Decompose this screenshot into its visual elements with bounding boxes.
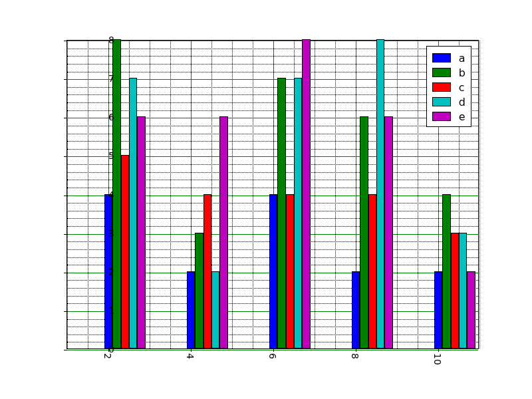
bar (269, 194, 277, 349)
x-tick-label: 8 (350, 353, 360, 359)
bar (368, 194, 376, 349)
x-tick-label: 6 (267, 353, 278, 359)
legend-swatch (432, 82, 451, 92)
bar (376, 39, 384, 348)
y-tick-label: 5 (88, 150, 114, 161)
bar (451, 233, 459, 348)
figure: abcde 012345678 246810 (0, 0, 532, 399)
bar (360, 116, 368, 348)
legend-swatch (432, 68, 451, 77)
legend-label: e (459, 110, 466, 123)
bar-group-container (67, 41, 478, 348)
bar (121, 155, 129, 348)
bar (442, 194, 450, 349)
legend-swatch (432, 97, 451, 106)
y-tick-label: 8 (88, 35, 114, 45)
legend-item: a (432, 51, 466, 65)
bar (434, 271, 442, 348)
legend-item: e (432, 109, 466, 124)
bar (459, 233, 467, 348)
bar (277, 78, 285, 348)
bar (195, 233, 203, 348)
legend-label: b (459, 66, 466, 79)
legend-item: c (432, 80, 466, 94)
legend-item: b (432, 65, 466, 80)
bar (302, 39, 310, 348)
legend-swatch (432, 53, 451, 63)
x-tick-label: 2 (102, 353, 113, 359)
y-tick-label: 1 (88, 305, 114, 316)
y-tick-label: 3 (88, 228, 114, 239)
legend-swatch (432, 112, 451, 121)
bar (129, 78, 137, 348)
y-tick-label: 6 (88, 112, 114, 122)
x-tick-label: 4 (185, 353, 196, 359)
legend-item: d (432, 94, 466, 109)
legend: abcde (426, 46, 471, 127)
bar (187, 271, 195, 348)
legend-label: c (459, 81, 465, 94)
bar (211, 271, 219, 348)
chart-axes: abcde (66, 40, 479, 349)
bar (203, 194, 211, 349)
bar (137, 116, 145, 348)
bar (352, 271, 360, 348)
bar (467, 271, 475, 348)
bar (219, 116, 227, 348)
bar (294, 78, 302, 348)
y-tick-label: 4 (88, 190, 114, 200)
y-tick-label: 7 (88, 73, 114, 84)
x-tick-label: 10 (432, 353, 443, 365)
legend-label: a (459, 52, 466, 65)
legend-label: d (459, 96, 466, 108)
bar (384, 116, 392, 348)
bar (286, 194, 294, 349)
y-tick-label: 2 (88, 267, 114, 277)
